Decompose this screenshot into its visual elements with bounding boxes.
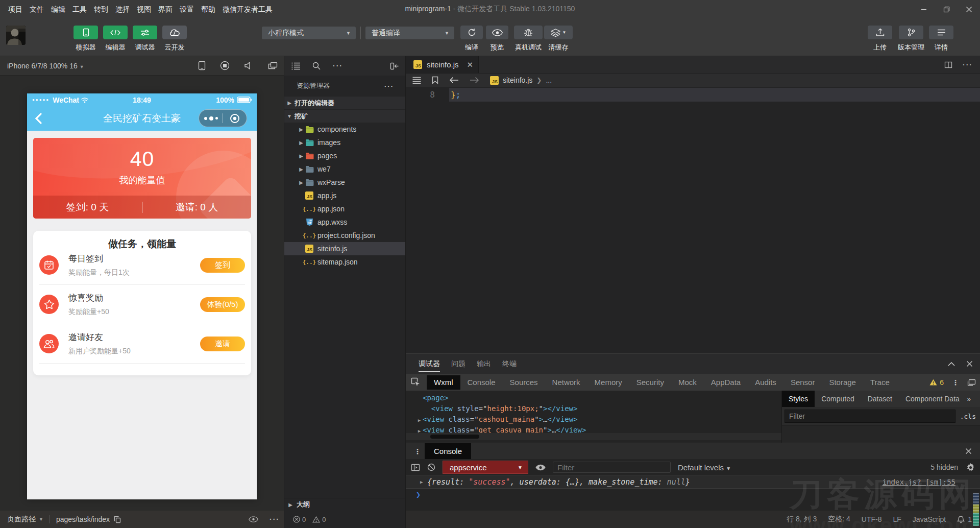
file-item-siteinfo.js[interactable]: ▶JSsiteinfo.js	[284, 242, 405, 255]
rotate-device-icon[interactable]	[198, 61, 206, 70]
menu-item-3[interactable]: 工具	[69, 0, 90, 18]
minimize-button[interactable]	[913, 0, 935, 18]
file-item-sitemap.json[interactable]: ▶{..}sitemap.json	[284, 255, 405, 269]
file-item-app.wxss[interactable]: ▶app.wxss	[284, 215, 405, 229]
maximize-button[interactable]	[935, 0, 958, 18]
bookmark-icon[interactable]	[432, 76, 438, 84]
inspect-element-icon[interactable]	[411, 377, 421, 387]
toolbar-button-版本管理[interactable]: 版本管理	[896, 26, 926, 52]
file-item-project.config.json[interactable]: ▶{..}project.config.json	[284, 229, 405, 242]
nav-back-icon[interactable]	[449, 77, 459, 84]
toolbar-button-模拟器[interactable]: 模拟器	[74, 26, 98, 52]
task-button-体验(0/5)[interactable]: 体验(0/5)	[200, 297, 245, 312]
exit-miniprogram-button[interactable]	[223, 113, 247, 124]
more-menu-button[interactable]	[199, 116, 223, 121]
tab-siteinfo-js[interactable]: JS siteinfo.js ✕	[406, 56, 479, 73]
more-tabs-icon[interactable]: »	[967, 395, 971, 403]
file-item-we7[interactable]: ▶we7	[284, 162, 405, 176]
log-source-link[interactable]: index.js? [sm]:55	[883, 478, 955, 486]
tab-console[interactable]: Console	[425, 443, 471, 459]
close-debugger-icon[interactable]	[966, 361, 973, 367]
menu-item-8[interactable]: 设置	[176, 0, 198, 18]
styles-tab-Component Data[interactable]: Component Data	[899, 391, 966, 407]
sim-more-icon[interactable]: ···	[270, 515, 280, 523]
compile-mode-select[interactable]: 普通编译▼	[365, 27, 454, 39]
devtools-tab-AppData[interactable]: AppData	[704, 375, 748, 390]
close-console-icon[interactable]	[965, 448, 972, 454]
menu-item-7[interactable]: 界面	[155, 0, 176, 18]
menu-item-2[interactable]: 编辑	[47, 0, 69, 18]
cls-toggle-button[interactable]: .cls	[960, 413, 976, 420]
devtools-tab-Storage[interactable]: Storage	[822, 375, 863, 390]
menu-item-5[interactable]: 选择	[112, 0, 133, 18]
eye-watch-icon[interactable]	[535, 464, 546, 471]
task-button-签到[interactable]: 签到	[200, 258, 245, 273]
toolbar-button-预览[interactable]: 预览	[486, 26, 508, 52]
warnings-icon[interactable]: 0	[312, 516, 326, 523]
dom-node-row[interactable]: ▶<view class="get_casuva_main">…</view>	[416, 425, 781, 434]
menu-item-6[interactable]: 视图	[133, 0, 155, 18]
more-actions-icon[interactable]: ···	[333, 62, 343, 70]
devtools-tab-Sensor[interactable]: Sensor	[783, 375, 822, 390]
dock-panel-icon[interactable]	[967, 379, 976, 386]
collapse-panel-icon[interactable]	[390, 62, 399, 70]
file-item-app.js[interactable]: ▶JSapp.js	[284, 189, 405, 202]
language-mode[interactable]: JavaScript	[913, 515, 946, 523]
split-editor-icon[interactable]	[944, 61, 952, 68]
back-chevron-icon[interactable]	[32, 110, 45, 127]
show-sidebar-icon[interactable]	[411, 464, 420, 471]
explorer-section-打开的编辑器[interactable]: ▶打开的编辑器	[284, 96, 405, 109]
devtools-tab-Security[interactable]: Security	[629, 375, 671, 390]
outline-list-icon[interactable]	[412, 77, 421, 84]
open-editors-icon[interactable]	[291, 62, 300, 70]
dom-node-row[interactable]: <view style="height:10px;"></view>	[416, 403, 781, 414]
file-item-images[interactable]: ▶images	[284, 136, 405, 149]
debugger-tab-终端[interactable]: 终端	[502, 354, 517, 374]
toolbar-button-编译[interactable]: 编译	[460, 26, 483, 52]
devtools-tab-Audits[interactable]: Audits	[748, 375, 783, 390]
indent-setting[interactable]: 空格: 4	[828, 515, 850, 524]
toolbar-button-调试器[interactable]: 调试器	[133, 26, 157, 52]
editor-more-icon[interactable]: ···	[963, 61, 973, 69]
file-item-components[interactable]: ▶components	[284, 123, 405, 136]
styles-tab-Dataset[interactable]: Dataset	[861, 391, 899, 407]
devtools-tab-Memory[interactable]: Memory	[587, 375, 629, 390]
debugger-tab-调试器[interactable]: 调试器	[419, 354, 440, 374]
collapse-up-icon[interactable]	[948, 362, 955, 366]
explorer-section-挖矿[interactable]: ▼挖矿	[284, 109, 405, 123]
copy-path-icon[interactable]	[114, 516, 121, 523]
errors-icon[interactable]: 0	[293, 516, 306, 523]
devtools-tab-Mock[interactable]: Mock	[671, 375, 704, 390]
task-button-邀请[interactable]: 邀请	[200, 337, 245, 351]
encoding-setting[interactable]: UTF-8	[862, 515, 882, 523]
multi-window-icon[interactable]	[268, 62, 278, 70]
toolbar-button-云开发[interactable]: 云开发	[162, 26, 187, 52]
page-path-label[interactable]: 页面路径	[7, 515, 36, 524]
menu-item-10[interactable]: 微信开发者工具	[219, 0, 276, 18]
notifications-bell-icon[interactable]	[957, 515, 965, 523]
dom-scrollbar[interactable]	[406, 433, 781, 440]
console-settings-gear-icon[interactable]	[966, 463, 975, 472]
outline-section[interactable]: ▶大纲	[284, 498, 405, 511]
console-menu-icon[interactable]: ⋮	[414, 447, 421, 455]
explorer-more-icon[interactable]: ···	[384, 82, 394, 90]
user-avatar[interactable]	[6, 26, 26, 45]
close-tab-icon[interactable]: ✕	[467, 60, 473, 69]
file-item-app.json[interactable]: ▶{..}app.json	[284, 202, 405, 215]
console-log-row[interactable]: ▶ {result: "success", userdata: {…}, mak…	[406, 476, 980, 489]
menu-item-9[interactable]: 帮助	[198, 0, 219, 18]
devtools-more-icon[interactable]: ⋮	[952, 378, 959, 387]
toolbar-button-编辑器[interactable]: 编辑器	[103, 26, 128, 52]
cursor-position[interactable]: 行 8, 列 3	[787, 515, 817, 524]
file-item-wxParse[interactable]: ▶wxParse	[284, 176, 405, 189]
wxml-dom-tree[interactable]: <page> <view style="height:10px;"></view…	[406, 393, 781, 434]
sound-icon[interactable]	[244, 61, 254, 70]
log-levels-select[interactable]: Default levels ▼	[678, 463, 731, 472]
mode-select[interactable]: 小程序模式▼	[262, 27, 356, 39]
code-area[interactable]: 8 };	[406, 87, 980, 353]
toolbar-button-清缓存[interactable]: ▼清缓存	[544, 26, 573, 52]
device-select[interactable]: iPhone 6/7/8 100% 16 ▼	[0, 62, 84, 70]
devtools-tab-Wxml[interactable]: Wxml	[427, 375, 460, 390]
debugger-tab-问题[interactable]: 问题	[451, 354, 465, 374]
warnings-badge[interactable]: 6	[929, 378, 944, 387]
